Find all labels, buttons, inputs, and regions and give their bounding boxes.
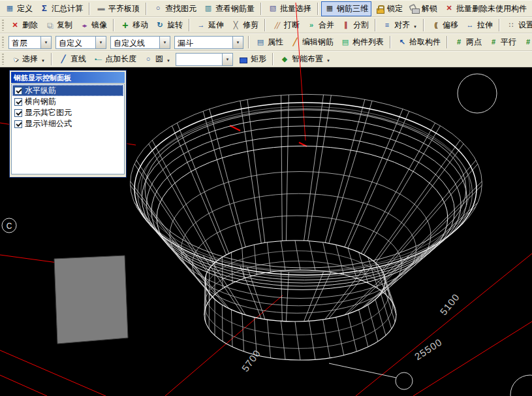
- element-combobox[interactable]: 漏斗: [174, 36, 243, 49]
- batch-select-button[interactable]: 批量选择: [264, 1, 315, 16]
- trim-button[interactable]: 修剪: [227, 18, 262, 33]
- checkbox-checked-icon[interactable]: [14, 120, 22, 128]
- copy-button[interactable]: 复制: [41, 18, 76, 33]
- grips-icon: [506, 20, 516, 31]
- stretch-label: 拉伸: [477, 20, 493, 31]
- list-item-label: 横向钢筋: [25, 96, 56, 107]
- toolbar-grip[interactable]: [2, 54, 4, 65]
- properties-button[interactable]: 属性: [252, 35, 287, 50]
- move-label: 移动: [133, 20, 148, 31]
- find-element-button[interactable]: 查找图元: [149, 1, 200, 16]
- chevron-down-icon[interactable]: [40, 37, 51, 48]
- offset-label: 偏移: [443, 20, 458, 31]
- list-item-transverse-rebar[interactable]: 横向钢筋: [12, 96, 123, 107]
- list-item-show-other-elements[interactable]: 显示其它图元: [12, 107, 123, 118]
- chevron-down-icon[interactable]: [326, 55, 330, 64]
- point-length-button[interactable]: 点加长度: [89, 52, 140, 67]
- lock-button[interactable]: 锁定: [371, 1, 406, 16]
- separator: [317, 3, 319, 15]
- split-button[interactable]: 分割: [337, 18, 372, 33]
- mirror-label: 镜像: [91, 20, 107, 31]
- merge-label: 合并: [319, 20, 334, 31]
- rotate-button[interactable]: 旋转: [151, 18, 186, 33]
- circle-tool-button[interactable]: 圆: [140, 52, 174, 67]
- category-combobox-value: 自定义: [56, 37, 85, 48]
- offset-icon: [430, 20, 441, 31]
- break-button[interactable]: 打断: [268, 18, 303, 33]
- unlock-label: 解锁: [422, 3, 437, 14]
- checkbox-checked-icon[interactable]: [14, 98, 22, 106]
- rebar-3d-button[interactable]: 钢筋三维: [321, 1, 371, 16]
- chevron-down-icon[interactable]: [166, 55, 170, 64]
- unlock-button[interactable]: 解锁: [406, 1, 441, 16]
- two-point-button[interactable]: 两点: [450, 35, 485, 50]
- slab-icon: [96, 3, 106, 14]
- extend-button[interactable]: 延伸: [193, 18, 227, 33]
- empty-combobox[interactable]: [176, 53, 233, 66]
- parallel-button[interactable]: 平行: [485, 35, 520, 50]
- edit-rebar-label: 编辑钢筋: [302, 37, 334, 48]
- smart-layout-button[interactable]: 智能布置: [276, 52, 334, 67]
- offset-button[interactable]: 偏移: [427, 18, 462, 33]
- custom-line-combobox[interactable]: 自定义线: [110, 36, 170, 49]
- align-button[interactable]: 对齐: [379, 18, 420, 33]
- list-icon: [340, 37, 351, 48]
- list-item-show-detailed-formula[interactable]: 显示详细公式: [12, 118, 123, 129]
- mirror-button[interactable]: 镜像: [76, 18, 110, 33]
- edit-rebar-button[interactable]: 编辑钢筋: [287, 35, 337, 50]
- rotate-icon: [155, 20, 165, 31]
- checkbox-checked-icon[interactable]: [14, 109, 22, 117]
- move-button[interactable]: 移动: [117, 18, 151, 33]
- floor-combobox[interactable]: 首层: [8, 36, 52, 49]
- pencil-icon: [290, 37, 300, 48]
- line-tool-button[interactable]: 直线: [55, 52, 89, 67]
- chevron-down-icon[interactable]: [159, 37, 170, 48]
- chevron-down-icon[interactable]: [95, 37, 106, 48]
- batch-select-label: 批量选择: [280, 3, 311, 14]
- component-list-button[interactable]: 构件列表: [337, 35, 387, 50]
- define-button[interactable]: 定义: [1, 1, 36, 16]
- separator: [146, 3, 147, 15]
- point-angle-button[interactable]: 点角: [520, 35, 532, 50]
- select-button[interactable]: 选择: [7, 52, 48, 67]
- rebar-3d-label: 钢筋三维: [337, 3, 368, 14]
- toolbar-grip[interactable]: [2, 20, 4, 31]
- chevron-down-icon[interactable]: [413, 21, 417, 30]
- element-combobox-value: 漏斗: [175, 37, 196, 48]
- batch-delete-unused-button[interactable]: 批量删除未使用构件: [441, 1, 530, 16]
- summary-calc-label: 汇总计算: [52, 3, 83, 14]
- merge-button[interactable]: 合并: [303, 18, 337, 33]
- pick-component-button[interactable]: 拾取构件: [394, 35, 444, 50]
- separator: [499, 19, 500, 31]
- rebar-display-list: 水平纵筋 横向钢筋 显示其它图元 显示详细公式: [11, 84, 125, 174]
- separator: [89, 3, 90, 15]
- chevron-down-icon[interactable]: [232, 37, 243, 48]
- summary-calc-button[interactable]: 汇总计算: [36, 1, 86, 16]
- set-grips-button[interactable]: 设置夹点: [503, 18, 532, 33]
- custom-line-combobox-value: 自定义线: [111, 37, 148, 48]
- chevron-down-icon[interactable]: [41, 55, 45, 64]
- move-icon: [120, 20, 131, 31]
- rebar-3d-icon: [324, 3, 335, 14]
- panel-titlebar[interactable]: 钢筋显示控制面板: [11, 72, 125, 83]
- line-icon: [58, 54, 69, 65]
- separator: [264, 19, 266, 31]
- align-icon: [382, 20, 392, 31]
- extend-icon: [196, 20, 206, 31]
- chevron-down-icon[interactable]: [222, 54, 232, 65]
- split-icon: [341, 20, 351, 31]
- batch-select-icon: [268, 3, 278, 14]
- stretch-button[interactable]: 拉伸: [462, 18, 496, 33]
- category-combobox[interactable]: 自定义: [55, 36, 106, 49]
- flush-slab-top-button[interactable]: 平齐板顶: [93, 1, 143, 16]
- circle-tool-label: 圆: [155, 54, 163, 65]
- rectangle-tool-button[interactable]: 矩形: [235, 52, 270, 67]
- delete-button[interactable]: 删除: [7, 18, 41, 33]
- lock-label: 锁定: [387, 3, 403, 14]
- checkbox-checked-icon[interactable]: [14, 87, 22, 95]
- extend-label: 延伸: [208, 20, 224, 31]
- list-item-horizontal-longitudinal-rebar[interactable]: 水平纵筋: [12, 85, 123, 96]
- view-rebar-qty-button[interactable]: 查看钢筋量: [200, 1, 258, 16]
- toolbar-grip[interactable]: [2, 37, 4, 48]
- set-grips-label: 设置夹点: [518, 20, 532, 31]
